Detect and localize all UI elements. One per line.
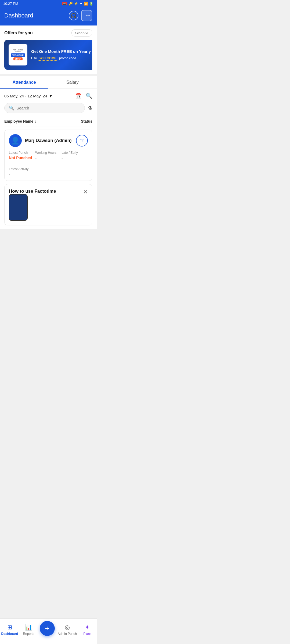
working-hours-stat: Working Hours - (35, 151, 61, 160)
offers-section: Offers for you Clear All FOR LIMITED PER… (0, 25, 97, 74)
latest-punch-value: Not Punched (9, 156, 35, 160)
person-icon: 👤 (11, 137, 20, 145)
headset-icon: 🎧 (71, 13, 77, 19)
calendar-icon[interactable]: 📅 (75, 93, 82, 99)
offers-title: Offers for you (4, 31, 33, 35)
offer-phone-image: FOR LIMITED PERIOD WELCOME OFFER (9, 44, 27, 65)
avatar: 👤 (9, 134, 22, 147)
employee-activity: Latest Activity - (9, 164, 88, 176)
how-to-title: How to use Factotime (9, 189, 56, 194)
employee-name-header: Employee Name (4, 119, 33, 123)
close-how-to-button[interactable]: ✕ (83, 189, 88, 195)
promo-code: WELCOME (38, 56, 58, 61)
offers-scroll: FOR LIMITED PERIOD WELCOME OFFER Get One… (4, 40, 92, 70)
offer-tag: OFFER (13, 57, 23, 60)
date-range-label: 06 May, 24 - 12 May, 24 (4, 94, 47, 98)
offer-promo: Use WELCOME promo code (31, 56, 92, 61)
welcome-label: WELCOME (11, 53, 25, 57)
offer-main-text: Get One Month FREE on Yearly Elite Plan (31, 49, 92, 54)
employee-info: 👤 Marj Dawson (Admin) (9, 134, 72, 147)
attendance-section: 06 May, 24 - 12 May, 24 ▼ 📅 🔍 🔍 ⚗ Employ… (0, 89, 97, 229)
how-to-card: How to use Factotime ✕ (4, 184, 92, 225)
tab-salary[interactable]: Salary (48, 76, 97, 89)
page-title: Dashboard (4, 12, 33, 19)
employee-card: 👤 Marj Dawson (Admin) ☞ Latest Punch Not… (4, 130, 92, 181)
battery-icon: 🔋 (89, 2, 93, 6)
activity-label: Latest Activity (9, 167, 88, 171)
header-actions: 🎧 LOGO (69, 10, 92, 21)
date-row: 06 May, 24 - 12 May, 24 ▼ 📅 🔍 (4, 93, 92, 99)
tab-attendance[interactable]: Attendance (0, 76, 48, 89)
search-magnifier-icon: 🔍 (9, 105, 14, 111)
status-icons: 📷 🔑 ⚡ ▼ 📶 🔋 (62, 2, 93, 6)
camera-icon: 📷 (62, 2, 67, 5)
fingerprint-icon: ☞ (79, 137, 84, 144)
status-column-header: Status (81, 119, 92, 123)
bluetooth-icon: ⚡ (74, 2, 78, 6)
sort-icon: ↓ (34, 119, 36, 123)
limited-text: FOR LIMITED PERIOD (10, 49, 26, 53)
search-box[interactable]: 🔍 (4, 103, 85, 113)
date-range-selector[interactable]: 06 May, 24 - 12 May, 24 ▼ (4, 94, 53, 98)
employee-name-column[interactable]: Employee Name ↓ (4, 119, 36, 123)
punch-button[interactable]: ☞ (76, 135, 88, 147)
employee-name: Marj Dawson (Admin) (25, 138, 72, 143)
late-early-stat: Late / Early - (61, 151, 88, 160)
status-bar: 10:27 PM 📷 🔑 ⚡ ▼ 📶 🔋 (0, 0, 97, 7)
offer-text: Get One Month FREE on Yearly Elite Plan … (31, 49, 92, 61)
latest-punch-stat: Latest Punch Not Punched (9, 151, 35, 160)
company-logo[interactable]: LOGO (81, 10, 92, 21)
offers-header: Offers for you Clear All (4, 29, 92, 36)
search-icon[interactable]: 🔍 (86, 93, 92, 99)
clear-all-button[interactable]: Clear All (71, 29, 92, 36)
late-early-label: Late / Early (61, 151, 88, 155)
how-to-content: How to use Factotime (9, 189, 83, 221)
offer-card-1[interactable]: FOR LIMITED PERIOD WELCOME OFFER Get One… (4, 40, 92, 70)
employee-table-header: Employee Name ↓ Status (4, 117, 92, 126)
filter-icon[interactable]: ⚗ (88, 105, 92, 111)
working-hours-label: Working Hours (35, 151, 61, 155)
app-header: Dashboard 🎧 LOGO (0, 7, 97, 25)
main-tabs: Attendance Salary (0, 76, 97, 89)
key-icon: 🔑 (68, 2, 73, 6)
employee-stats: Latest Punch Not Punched Working Hours -… (9, 151, 88, 160)
support-button[interactable]: 🎧 (69, 11, 78, 20)
date-actions: 📅 🔍 (75, 93, 92, 99)
how-to-phone-preview (9, 194, 28, 221)
signal-icon: ▼ (79, 2, 83, 6)
search-row: 🔍 ⚗ (4, 103, 92, 113)
status-time: 10:27 PM (3, 2, 18, 6)
working-hours-value: - (35, 156, 61, 160)
wifi-icon: 📶 (84, 2, 88, 6)
chevron-down-icon: ▼ (49, 94, 53, 98)
latest-punch-label: Latest Punch (9, 151, 35, 155)
late-early-value: - (61, 156, 88, 160)
employee-card-top: 👤 Marj Dawson (Admin) ☞ (9, 134, 88, 147)
search-input[interactable] (16, 106, 80, 110)
activity-value: - (9, 172, 88, 176)
